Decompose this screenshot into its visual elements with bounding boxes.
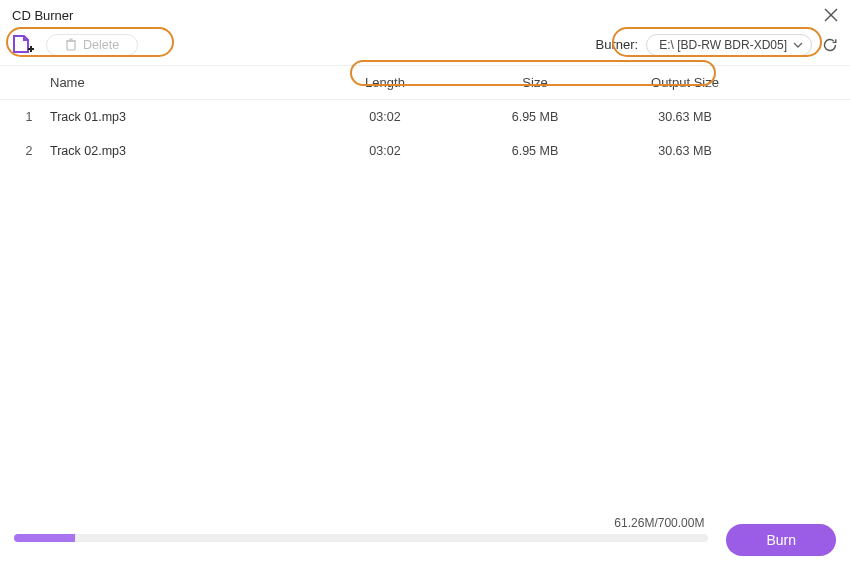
row-name: Track 02.mp3 <box>50 144 310 158</box>
row-name: Track 01.mp3 <box>50 110 310 124</box>
close-button[interactable] <box>822 6 840 24</box>
row-output-size: 30.63 MB <box>610 144 760 158</box>
row-length: 03:02 <box>310 110 460 124</box>
capacity-bar-fill <box>14 534 75 542</box>
chevron-down-icon <box>793 40 803 50</box>
trash-icon <box>65 38 77 51</box>
delete-button[interactable]: Delete <box>46 34 138 56</box>
table-row[interactable]: 2Track 02.mp303:026.95 MB30.63 MB <box>0 134 850 168</box>
footer: 61.26M/700.00M Burn <box>0 524 850 556</box>
header-size: Size <box>460 75 610 90</box>
burner-select[interactable]: E:\ [BD-RW BDR-XD05] <box>646 34 812 56</box>
add-file-button[interactable] <box>10 33 36 57</box>
row-size: 6.95 MB <box>460 144 610 158</box>
refresh-icon <box>822 37 838 53</box>
row-index: 2 <box>8 144 50 158</box>
capacity-bar <box>14 534 708 542</box>
header-name: Name <box>50 75 310 90</box>
delete-label: Delete <box>83 38 119 52</box>
header-length: Length <box>310 75 460 90</box>
track-list: 1Track 01.mp303:026.95 MB30.63 MB2Track … <box>0 100 850 168</box>
row-output-size: 30.63 MB <box>610 110 760 124</box>
svg-rect-4 <box>67 41 75 50</box>
refresh-button[interactable] <box>820 35 840 55</box>
burn-button[interactable]: Burn <box>726 524 836 556</box>
titlebar: CD Burner <box>0 0 850 28</box>
row-size: 6.95 MB <box>460 110 610 124</box>
table-row[interactable]: 1Track 01.mp303:026.95 MB30.63 MB <box>0 100 850 134</box>
header-output-size: Output Size <box>610 75 760 90</box>
table-header: Name Length Size Output Size <box>0 66 850 100</box>
window-title: CD Burner <box>12 8 73 23</box>
row-index: 1 <box>8 110 50 124</box>
capacity-text: 61.26M/700.00M <box>614 516 704 530</box>
add-file-icon <box>11 34 35 56</box>
row-length: 03:02 <box>310 144 460 158</box>
burner-selected-value: E:\ [BD-RW BDR-XD05] <box>659 38 787 52</box>
close-icon <box>824 8 838 22</box>
burner-label: Burner: <box>596 37 639 52</box>
toolbar: Delete Burner: E:\ [BD-RW BDR-XD05] <box>0 28 850 66</box>
